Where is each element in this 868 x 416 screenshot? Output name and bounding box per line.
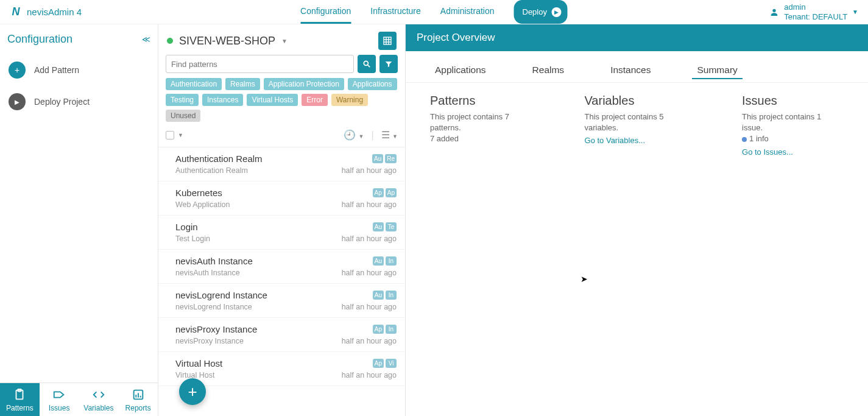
svg-point-0 <box>773 9 776 12</box>
play-icon: ▶ <box>9 93 26 110</box>
search-button[interactable] <box>358 55 376 73</box>
pattern-time: half an hour ago <box>342 371 397 379</box>
issues-desc: This project contains 1 issue. <box>742 111 844 133</box>
view-menu[interactable]: ☰ ▼ <box>381 129 398 141</box>
status-dot-icon <box>167 38 173 44</box>
category-badge: Au <box>373 222 384 231</box>
category-badge: In <box>386 325 397 334</box>
add-pattern-fab[interactable]: + <box>179 378 206 405</box>
tab-applications[interactable]: Applications <box>430 62 491 79</box>
sidebar-deploy-project[interactable]: ▶ Deploy Project <box>0 86 158 118</box>
right-panel-title: Project Overview <box>406 24 868 51</box>
svg-rect-5 <box>138 393 139 397</box>
tag-testing[interactable]: Testing <box>166 94 199 106</box>
sidebar-title: Configuration <box>7 33 72 46</box>
svg-point-12 <box>364 61 368 65</box>
user-icon <box>769 7 779 17</box>
pattern-subtitle: nevisProxy Instance <box>175 337 244 345</box>
pattern-subtitle: Test Login <box>175 234 210 243</box>
category-badge: In <box>386 256 397 266</box>
footer-tab-reports[interactable]: Reports <box>118 383 158 416</box>
collapse-sidebar-icon[interactable]: ≪ <box>142 35 150 44</box>
category-badge: Ap <box>373 325 384 334</box>
category-badge: In <box>386 291 397 300</box>
tag-application-protection[interactable]: Application Protection <box>264 78 344 90</box>
pattern-subtitle: Web Application <box>175 200 230 209</box>
pattern-item[interactable]: nevisLogrend Instance Au In nevisLogrend… <box>158 284 405 318</box>
category-badge: Ap <box>373 188 384 197</box>
tag-error[interactable]: Error <box>302 94 328 106</box>
tag-applications[interactable]: Applications <box>348 78 397 90</box>
footer-tab-patterns[interactable]: Patterns <box>0 383 40 416</box>
project-name: SIVEN-WEB-SHOP <box>179 35 275 48</box>
chart-icon <box>132 388 145 401</box>
nav-infrastructure[interactable]: Infrastructure <box>370 0 420 24</box>
grid-view-button[interactable] <box>378 32 397 50</box>
deploy-project-label: Deploy Project <box>34 97 90 107</box>
chevron-down-icon: ▼ <box>852 9 858 15</box>
search-input[interactable] <box>166 55 354 73</box>
nav-administration[interactable]: Administration <box>440 0 495 24</box>
chevron-down-icon[interactable]: ▼ <box>178 132 183 138</box>
pattern-item[interactable]: nevisProxy Instance Ap In nevisProxy Ins… <box>158 318 405 352</box>
pattern-time: half an hour ago <box>342 303 397 311</box>
tag-instances[interactable]: Instances <box>202 94 243 106</box>
tag-virtual-hosts[interactable]: Virtual Hosts <box>247 94 298 106</box>
history-menu[interactable]: 🕘 ▼ <box>344 129 364 141</box>
pattern-subtitle: nevisAuth Instance <box>175 269 240 277</box>
tab-instances[interactable]: Instances <box>605 62 655 79</box>
project-selector[interactable]: SIVEN-WEB-SHOP ▼ <box>167 35 288 48</box>
pattern-item[interactable]: nevisAuth Instance Au In nevisAuth Insta… <box>158 250 405 284</box>
pattern-item[interactable]: Kubernetes Ap Ap Web Application half an… <box>158 182 405 216</box>
add-pattern-label: Add Pattern <box>34 65 79 75</box>
category-badge: Au <box>373 291 384 300</box>
select-all-checkbox[interactable] <box>166 131 174 139</box>
tag-authentication[interactable]: Authentication <box>166 78 222 90</box>
svg-rect-6 <box>139 396 141 398</box>
search-icon <box>362 60 371 68</box>
category-badge: Ap <box>386 188 397 197</box>
nav-configuration[interactable]: Configuration <box>300 0 351 24</box>
tag-warning[interactable]: Warning <box>331 94 368 106</box>
pattern-title: nevisAuth Instance <box>175 256 253 266</box>
pattern-subtitle: Authentication Realm <box>175 166 248 175</box>
tab-realms[interactable]: Realms <box>528 62 570 79</box>
goto-variables-link[interactable]: Go to Variables... <box>585 136 645 145</box>
pattern-time: half an hour ago <box>342 269 397 277</box>
category-badge: Ap <box>373 359 384 368</box>
app-logo[interactable]: N nevisAdmin 4 <box>10 6 82 18</box>
app-name: nevisAdmin 4 <box>27 7 82 17</box>
tag-realms[interactable]: Realms <box>225 78 260 90</box>
patterns-heading: Patterns <box>430 94 542 108</box>
sidebar-add-pattern[interactable]: + Add Pattern <box>0 54 158 86</box>
deploy-button[interactable]: Deploy ▶ <box>514 0 568 24</box>
footer-tab-variables[interactable]: Variables <box>79 383 119 416</box>
pattern-title: nevisLogrend Instance <box>175 290 267 300</box>
pattern-title: Kubernetes <box>175 188 222 198</box>
pattern-item[interactable]: Authentication Realm Au Re Authenticatio… <box>158 147 405 182</box>
code-icon <box>92 388 105 401</box>
user-menu[interactable]: admin Tenant: DEFAULT ▼ <box>769 2 858 21</box>
play-icon: ▶ <box>552 7 562 17</box>
tab-summary[interactable]: Summary <box>692 62 742 79</box>
variables-desc: This project contains 5 variables. <box>585 111 700 133</box>
pattern-item[interactable]: Login Au Te Test Login half an hour ago <box>158 216 405 250</box>
footer-tab-issues[interactable]: Issues <box>40 383 79 416</box>
tag-icon <box>52 388 66 401</box>
filter-button[interactable] <box>379 55 398 73</box>
category-badge: Vi <box>386 359 397 368</box>
pattern-subtitle: nevisLogrend Instance <box>175 303 252 311</box>
tag-unused[interactable]: Unused <box>166 110 200 122</box>
grid-icon <box>383 36 392 46</box>
patterns-added: 7 added <box>430 133 542 144</box>
summary-issues: Issues This project contains 1 issue. 1 … <box>742 94 844 157</box>
pattern-time: half an hour ago <box>342 234 397 243</box>
category-badge: Au <box>372 154 383 163</box>
user-name: admin <box>784 2 847 12</box>
plus-icon: + <box>9 62 26 79</box>
footer-patterns-label: Patterns <box>6 404 34 412</box>
goto-issues-link[interactable]: Go to Issues... <box>742 147 793 157</box>
clipboard-icon <box>13 388 26 401</box>
svg-line-13 <box>368 65 370 68</box>
summary-variables: Variables This project contains 5 variab… <box>585 94 700 157</box>
